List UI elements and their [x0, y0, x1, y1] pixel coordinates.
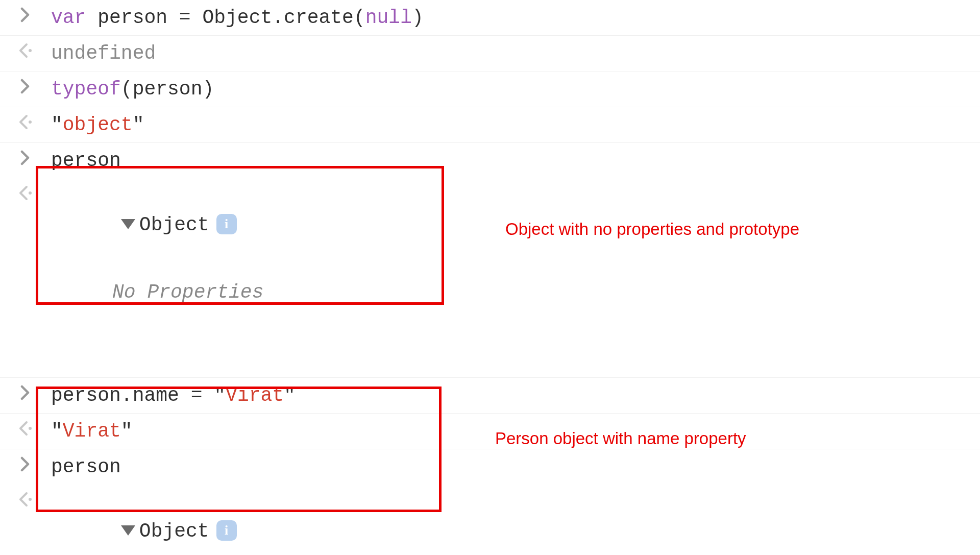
console-input-row[interactable]: person.name = "Virat" — [0, 378, 980, 414]
code-output: undefined — [51, 39, 980, 68]
svg-point-2 — [29, 191, 32, 195]
svg-point-3 — [29, 427, 32, 430]
annotation-text: Person object with name property — [495, 429, 746, 448]
console-input-row[interactable]: typeof(person) — [0, 71, 980, 107]
code-input: person — [51, 452, 980, 481]
output-chevron-icon — [0, 417, 51, 442]
input-chevron-icon — [0, 381, 51, 406]
output-chevron-icon — [0, 110, 51, 135]
console-output-row: "object" — [0, 107, 980, 143]
object-expanded[interactable]: Objecti name: "Virat" — [51, 488, 980, 555]
info-icon[interactable]: i — [216, 214, 237, 234]
output-chevron-icon — [0, 488, 51, 513]
console-output-row: Objecti No Properties — [0, 178, 980, 378]
console-input-row[interactable]: var person = Object.create(null) — [0, 0, 980, 36]
console-input-row[interactable]: person — [0, 449, 980, 485]
info-icon[interactable]: i — [216, 520, 237, 541]
input-chevron-icon — [0, 452, 51, 477]
devtools-console: var person = Object.create(null) undefin… — [0, 0, 980, 555]
disclosure-triangle-icon[interactable] — [121, 219, 135, 229]
input-chevron-icon — [0, 146, 51, 171]
svg-point-1 — [29, 120, 32, 124]
no-properties-label: No Properties — [51, 278, 970, 307]
annotation-text: Object with no properties and prototype — [505, 220, 799, 239]
code-input: typeof(person) — [51, 75, 980, 104]
disclosure-triangle-icon[interactable] — [121, 525, 135, 536]
code-input: person — [51, 146, 980, 175]
output-chevron-icon — [0, 181, 51, 206]
console-output-row: "Virat" — [0, 414, 980, 449]
console-input-row[interactable]: person — [0, 143, 980, 178]
input-chevron-icon — [0, 75, 51, 100]
svg-point-0 — [29, 49, 32, 52]
code-input: var person = Object.create(null) — [51, 3, 980, 32]
object-expanded[interactable]: Objecti No Properties — [51, 181, 980, 365]
code-output: "object" — [51, 110, 980, 139]
input-chevron-icon — [0, 3, 51, 28]
code-input: person.name = "Virat" — [51, 381, 980, 410]
console-output-row: Objecti name: "Virat" — [0, 485, 980, 555]
output-chevron-icon — [0, 39, 51, 64]
svg-point-4 — [29, 498, 32, 501]
console-output-row: undefined — [0, 36, 980, 71]
